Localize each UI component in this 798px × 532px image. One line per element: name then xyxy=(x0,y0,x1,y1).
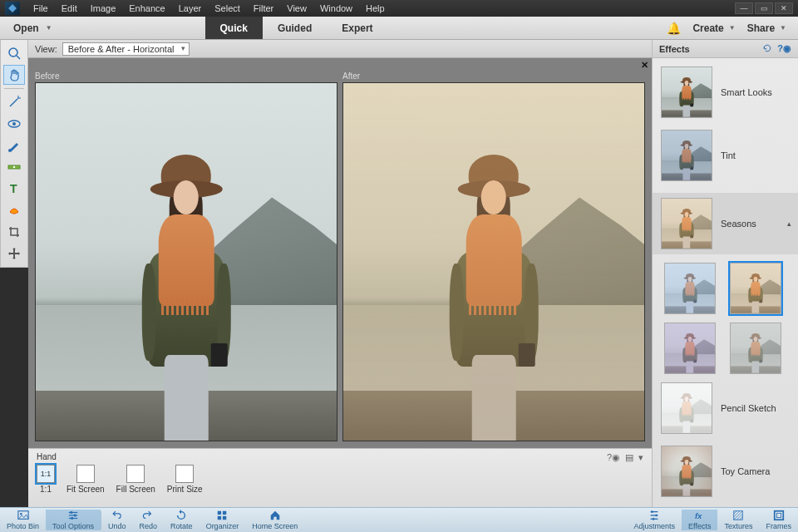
tool-straighten[interactable] xyxy=(3,157,25,177)
task-photo_bin[interactable]: Photo Bin xyxy=(0,510,46,530)
effect-pencil[interactable]: Pencil Sketch xyxy=(661,382,790,434)
tool-zoom[interactable] xyxy=(3,43,25,63)
task-undo[interactable]: Undo xyxy=(101,510,133,530)
task-tool_options[interactable]: Tool Options xyxy=(46,510,101,530)
effect-toy[interactable]: Toy Camera xyxy=(661,446,790,497)
notifications-icon[interactable]: 🔔 xyxy=(667,22,681,35)
tool-options-title: Hand xyxy=(37,452,643,461)
view-mode-dropdown[interactable]: Before & After - Horizontal xyxy=(62,42,190,56)
effects-panel-title: Effects xyxy=(659,44,690,54)
menu-edit[interactable]: Edit xyxy=(55,3,84,13)
tool-move[interactable] xyxy=(3,244,25,264)
mode-bar: Open▼ QuickGuidedExpert 🔔 Create▼ Share▼ xyxy=(0,17,798,40)
menu-help[interactable]: Help xyxy=(359,3,392,13)
menu-file[interactable]: File xyxy=(27,3,55,13)
effect-variant-v4[interactable] xyxy=(730,323,781,374)
create-button[interactable]: Create▼ xyxy=(692,22,735,34)
task-adjustments[interactable]: Adjustments xyxy=(628,510,682,530)
zoom-option-one_to_one[interactable]: 1:11:1 xyxy=(37,465,55,494)
panel-menu-icon[interactable]: ▤ xyxy=(625,452,633,463)
mode-tab-expert[interactable]: Expert xyxy=(327,17,387,39)
zoom-option-fit[interactable]: Fit Screen xyxy=(66,465,105,494)
effect-seasons[interactable]: Seasons▴ xyxy=(653,193,798,254)
toolbox xyxy=(0,40,28,268)
window-close-button[interactable]: ✕ xyxy=(775,2,793,14)
window-minimize-button[interactable]: — xyxy=(735,2,753,14)
reset-icon[interactable] xyxy=(762,43,772,55)
menu-select[interactable]: Select xyxy=(208,3,247,13)
before-image[interactable] xyxy=(35,82,337,441)
tool-spot[interactable] xyxy=(3,200,25,220)
window-maximize-button[interactable]: ▭ xyxy=(755,2,773,14)
app-logo-icon xyxy=(5,2,20,15)
tool-hand[interactable] xyxy=(3,65,25,85)
task-textures[interactable]: Textures xyxy=(717,510,759,530)
view-label: View: xyxy=(35,44,57,54)
mode-tab-quick[interactable]: Quick xyxy=(205,17,263,39)
menu-filter[interactable]: Filter xyxy=(247,3,280,13)
tool-quicksel[interactable] xyxy=(3,92,25,112)
after-label: After xyxy=(342,71,645,81)
tool-text[interactable] xyxy=(3,179,25,199)
zoom-option-fill[interactable]: Fill Screen xyxy=(116,465,155,494)
canvas-area: ✕ Before After xyxy=(28,58,652,448)
effect-tint[interactable]: Tint xyxy=(661,130,790,181)
open-button[interactable]: Open▼ xyxy=(0,17,66,39)
task-redo[interactable]: Redo xyxy=(133,510,165,530)
after-image[interactable] xyxy=(342,82,645,441)
panel-help-icon[interactable]: ?◉ xyxy=(777,43,791,55)
task-bar: Photo BinTool OptionsUndoRedoRotateOrgan… xyxy=(0,507,798,532)
help-icon[interactable]: ?◉ xyxy=(607,452,620,463)
effect-variant-v2[interactable] xyxy=(730,263,781,314)
effect-variant-v3[interactable] xyxy=(664,323,716,374)
tool-crop[interactable] xyxy=(3,222,25,242)
mode-tab-guided[interactable]: Guided xyxy=(263,17,327,39)
tool-whiten[interactable] xyxy=(3,135,25,155)
tool-eye[interactable] xyxy=(3,114,25,134)
task-rotate[interactable]: Rotate xyxy=(164,510,200,530)
menu-layer[interactable]: Layer xyxy=(172,3,209,13)
task-organizer[interactable]: Organizer xyxy=(200,510,246,530)
task-frames[interactable]: Frames xyxy=(759,510,798,530)
before-label: Before xyxy=(35,71,337,81)
menu-view[interactable]: View xyxy=(280,3,313,13)
menu-enhance[interactable]: Enhance xyxy=(122,3,171,13)
effect-variant-v1[interactable] xyxy=(664,263,716,314)
panel-collapse-icon[interactable]: ▾ xyxy=(638,452,643,463)
canvas-close-icon[interactable]: ✕ xyxy=(641,60,648,71)
task-effects[interactable]: Effects xyxy=(682,510,717,530)
zoom-option-print[interactable]: Print Size xyxy=(167,465,203,494)
effect-smart_looks[interactable]: Smart Looks xyxy=(661,66,790,118)
menu-window[interactable]: Window xyxy=(313,3,359,13)
share-button[interactable]: Share▼ xyxy=(747,22,786,34)
menu-bar: FileEditImageEnhanceLayerSelectFilterVie… xyxy=(0,0,798,17)
tool-options-panel: Hand ?◉ ▤ ▾ 1:11:1Fit ScreenFill ScreenP… xyxy=(28,448,652,507)
task-home[interactable]: Home Screen xyxy=(245,510,304,530)
menu-image[interactable]: Image xyxy=(84,3,123,13)
effects-panel: Effects ?◉ Smart LooksTintSeasons▴Pencil… xyxy=(652,40,798,507)
